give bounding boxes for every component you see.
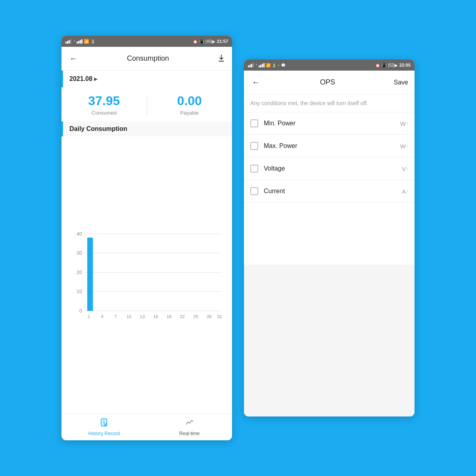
consumed-value: 37.95 bbox=[61, 94, 147, 108]
bar-chart: 40 30 20 10 0 1 4 7 10 13 16 19 22 25 28… bbox=[68, 143, 226, 410]
chevron-right-icon-3: › bbox=[407, 166, 408, 171]
history-record-label: History Record bbox=[88, 431, 120, 436]
signal-icon bbox=[65, 39, 71, 44]
svg-text:20: 20 bbox=[77, 270, 82, 275]
svg-text:28: 28 bbox=[207, 314, 211, 319]
svg-text:4: 4 bbox=[101, 314, 104, 319]
min-power-value: W › bbox=[400, 120, 408, 127]
svg-text:0: 0 bbox=[79, 308, 82, 314]
current-value: A › bbox=[402, 188, 408, 195]
battery-text: [45]▶ bbox=[205, 39, 215, 44]
month-arrow-icon: ▶ bbox=[94, 76, 98, 82]
checkbox-max-power[interactable] bbox=[250, 142, 258, 150]
app-header-right: ← OPS Save bbox=[244, 71, 415, 94]
status-bar-left: ᵌ 📶 ⏳ ⏰ 📳 [45]▶ 21:57 bbox=[61, 36, 232, 47]
month-selector[interactable]: 2021.08 ▶ bbox=[61, 71, 232, 87]
status-right-icons: ⏰ 📳 [45]▶ 21:57 bbox=[193, 39, 228, 44]
voltage-value: V › bbox=[402, 165, 408, 172]
circle-icon-r: ● bbox=[278, 63, 280, 67]
download-button[interactable] bbox=[217, 54, 226, 63]
hourglass-icon: ⏳ bbox=[90, 39, 95, 44]
consumed-stat: 37.95 Consumed bbox=[61, 94, 147, 116]
history-record-icon bbox=[100, 418, 109, 429]
time-left: 21:57 bbox=[217, 39, 228, 44]
wifi-icon: 📶 bbox=[84, 39, 89, 44]
ops-item-current[interactable]: Current A › bbox=[244, 180, 415, 203]
svg-text:22: 22 bbox=[180, 314, 185, 319]
voltage-label: Voltage bbox=[264, 165, 402, 172]
max-power-label: Max. Power bbox=[264, 142, 400, 150]
vibrate-icon-r: 📳 bbox=[382, 63, 386, 67]
payable-label: Payable bbox=[147, 110, 232, 116]
back-button-right[interactable]: ← bbox=[250, 76, 261, 88]
realtime-label: Real-time bbox=[179, 431, 200, 436]
bottom-nav: History Record Real-time bbox=[61, 413, 232, 440]
signal-icon-r2 bbox=[259, 63, 265, 67]
stats-row: 37.95 Consumed 0.00 Payable bbox=[61, 87, 232, 120]
time-right: 22:05 bbox=[399, 63, 411, 67]
wifi-icon-r: 📶 bbox=[266, 63, 271, 67]
svg-text:31: 31 bbox=[217, 314, 222, 319]
current-label: Current bbox=[264, 188, 402, 195]
gray-area bbox=[244, 265, 415, 417]
vibrate-icon: 📳 bbox=[199, 39, 204, 44]
svg-text:16: 16 bbox=[153, 314, 158, 319]
svg-text:25: 25 bbox=[193, 314, 198, 319]
ops-item-voltage[interactable]: Voltage V › bbox=[244, 157, 415, 180]
realtime-icon bbox=[185, 418, 194, 429]
ops-item-min-power[interactable]: Min. Power W › bbox=[244, 112, 415, 135]
right-phone: ᵌ 📶 ⏳ ● 💬 ⏰ 📳 [52]▶ 22:05 ← OPS Save bbox=[244, 60, 415, 416]
chevron-right-icon-4: › bbox=[407, 188, 408, 194]
svg-text:7: 7 bbox=[114, 314, 117, 319]
nav-history-record[interactable]: History Record bbox=[61, 418, 147, 436]
chevron-right-icon-2: › bbox=[407, 143, 408, 149]
alarm-icon-r: ⏰ bbox=[375, 63, 380, 67]
signal-icon-r bbox=[248, 63, 254, 67]
chat-icon-r: 💬 bbox=[281, 63, 286, 67]
status-bar-right: ᵌ 📶 ⏳ ● 💬 ⏰ 📳 [52]▶ 22:05 bbox=[244, 60, 415, 71]
chart-container: 40 30 20 10 0 1 4 7 10 13 16 19 22 25 28… bbox=[61, 136, 232, 413]
svg-text:10: 10 bbox=[127, 314, 131, 319]
ops-description: Any conditions met, the device will turn… bbox=[244, 94, 415, 112]
ops-items-list: Min. Power W › Max. Power W › Voltage V … bbox=[244, 112, 415, 265]
status-left-right: ᵌ 📶 ⏳ ● 💬 bbox=[248, 63, 286, 67]
month-text: 2021.08 bbox=[69, 75, 92, 83]
consumed-label: Consumed bbox=[61, 110, 147, 116]
status-right-r: ⏰ 📳 [52]▶ 22:05 bbox=[375, 63, 411, 67]
nav-realtime[interactable]: Real-time bbox=[147, 418, 232, 436]
checkbox-current[interactable] bbox=[250, 187, 258, 195]
checkbox-min-power[interactable] bbox=[250, 119, 258, 127]
save-button[interactable]: Save bbox=[394, 79, 408, 86]
chevron-right-icon: › bbox=[407, 121, 408, 126]
signal-icon-2 bbox=[77, 39, 83, 44]
hourglass-icon-r: ⏳ bbox=[272, 63, 276, 67]
back-button-left[interactable]: ← bbox=[68, 52, 79, 65]
left-phone: ᵌ 📶 ⏳ ⏰ 📳 [45]▶ 21:57 ← Consumption bbox=[61, 36, 232, 440]
svg-text:19: 19 bbox=[167, 314, 171, 319]
svg-text:13: 13 bbox=[140, 314, 145, 319]
max-power-value: W › bbox=[400, 143, 408, 150]
svg-text:1: 1 bbox=[88, 314, 90, 319]
ops-item-max-power[interactable]: Max. Power W › bbox=[244, 135, 415, 157]
download-icon bbox=[217, 54, 226, 62]
battery-text-r: [52]▶ bbox=[388, 63, 398, 67]
alarm-icon: ⏰ bbox=[193, 39, 198, 44]
daily-consumption-header: Daily Consumption bbox=[61, 121, 232, 136]
header-title-right: OPS bbox=[320, 78, 335, 86]
svg-text:10: 10 bbox=[77, 289, 82, 294]
header-title-left: Consumption bbox=[127, 54, 169, 63]
svg-text:40: 40 bbox=[77, 231, 82, 237]
payable-stat: 0.00 Payable bbox=[147, 94, 232, 116]
payable-value: 0.00 bbox=[147, 94, 232, 108]
min-power-label: Min. Power bbox=[264, 120, 400, 127]
svg-text:30: 30 bbox=[77, 250, 82, 256]
checkbox-voltage[interactable] bbox=[250, 165, 258, 173]
app-header-left: ← Consumption bbox=[61, 47, 232, 71]
bar-day1 bbox=[87, 238, 93, 311]
status-left-icons: ᵌ 📶 ⏳ bbox=[65, 39, 95, 44]
